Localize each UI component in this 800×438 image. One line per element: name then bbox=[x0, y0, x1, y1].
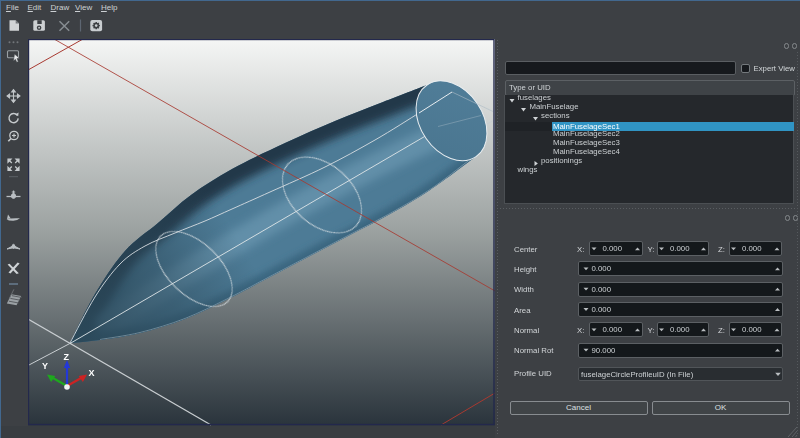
svg-text:X: X bbox=[89, 368, 95, 378]
svg-text:Y: Y bbox=[42, 361, 48, 371]
svg-text:Z: Z bbox=[64, 352, 70, 362]
